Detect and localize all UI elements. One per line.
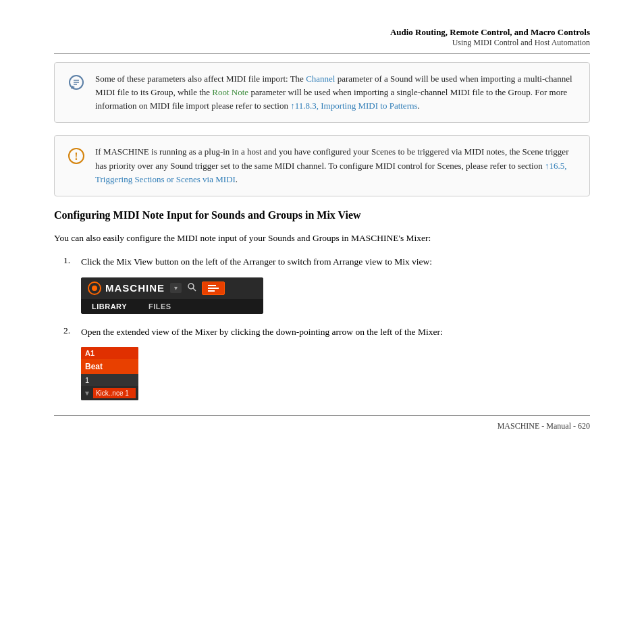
- step-1: 1. Click the Mix View button on the left…: [54, 254, 590, 314]
- mixer-arrow-icon: ▼: [84, 390, 90, 397]
- step-2-text: Open the extended view of the Mixer by c…: [81, 325, 590, 340]
- warning-icon: !: [65, 145, 87, 167]
- header-title: Audio Routing, Remote Control, and Macro…: [54, 27, 590, 38]
- info-box-2-text: If MASCHINE is running as a plug-in in a…: [95, 145, 579, 186]
- maschine-logo: MASCHINE: [88, 281, 165, 295]
- step-1-content: Click the Mix View button on the left of…: [81, 254, 590, 314]
- importing-midi-link[interactable]: ↑11.8.3, Importing MIDI to Patterns: [290, 101, 417, 111]
- page-header: Audio Routing, Remote Control, and Macro…: [54, 27, 590, 54]
- mixer-sound-row: ▼ Kick..nce 1: [81, 386, 138, 400]
- info-box-channel: Some of these parameters also affect MID…: [54, 62, 590, 123]
- info-box-1-text: Some of these parameters also affect MID…: [95, 72, 579, 113]
- step-1-text: Click the Mix View button on the left of…: [81, 254, 590, 269]
- maschine-logo-icon: [88, 281, 101, 295]
- step-2-number: 2.: [54, 325, 70, 336]
- maschine-top-bar: MASCHINE ▾: [81, 277, 263, 299]
- mixer-pattern-number: 1: [81, 374, 138, 386]
- svg-text:!: !: [74, 151, 78, 162]
- page-container: Audio Routing, Remote Control, and Macro…: [0, 0, 644, 452]
- info-box-warning: ! If MASCHINE is running as a plug-in in…: [54, 135, 590, 196]
- body-text: You can also easily configure the MIDI n…: [54, 231, 590, 246]
- mixer-group-name: Beat: [81, 359, 138, 374]
- maschine-logo-text: MASCHINE: [105, 282, 165, 294]
- chat-icon: [65, 72, 87, 94]
- mixer-panel-screenshot: A1 Beat 1 ▼ Kick..nce 1: [81, 347, 138, 400]
- triggering-sections-link[interactable]: ↑16.5, Triggering Sections or Scenes via…: [95, 161, 566, 184]
- page-footer: MASCHINE - Manual - 620: [54, 415, 590, 431]
- library-tab[interactable]: LIBRARY: [81, 299, 138, 314]
- step-2: 2. Open the extended view of the Mixer b…: [54, 325, 590, 401]
- mix-icon: [208, 285, 219, 292]
- files-tab[interactable]: FILES: [138, 299, 182, 314]
- svg-point-6: [188, 284, 194, 289]
- maschine-search-button[interactable]: [187, 282, 196, 294]
- step-2-content: Open the extended view of the Mixer by c…: [81, 325, 590, 401]
- svg-line-7: [193, 288, 196, 291]
- maschine-dropdown-button[interactable]: ▾: [170, 283, 182, 293]
- steps-list: 1. Click the Mix View button on the left…: [54, 254, 590, 400]
- header-subtitle: Using MIDI Control and Host Automation: [54, 38, 590, 48]
- step-1-number: 1.: [54, 254, 70, 266]
- mixer-sound-name: Kick..nce 1: [93, 388, 136, 398]
- channel-link[interactable]: Channel: [306, 74, 335, 84]
- maschine-tabs: LIBRARY FILES: [81, 299, 263, 314]
- mixer-group-header: A1: [81, 347, 138, 359]
- footer-page-number: MASCHINE - Manual - 620: [498, 421, 590, 431]
- maschine-ui-screenshot: MASCHINE ▾: [81, 277, 263, 314]
- mix-view-button[interactable]: [202, 281, 225, 295]
- section-heading: Configuring MIDI Note Input for Sounds a…: [54, 209, 590, 223]
- root-note-link[interactable]: Root Note: [212, 87, 248, 97]
